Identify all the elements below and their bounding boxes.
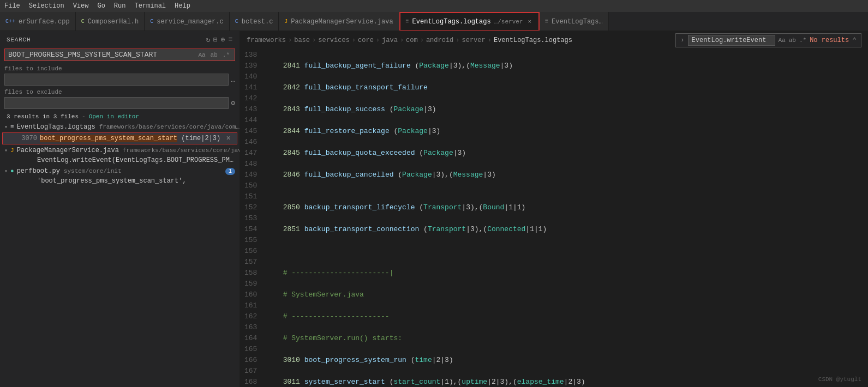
results-list: ▾ ≡ EventLogTags.logtags frameworks/base… xyxy=(0,122,240,387)
tab-pms[interactable]: J PackageManagerService.java xyxy=(279,12,399,31)
result-filename-perfboot: perfboot.py xyxy=(17,167,60,175)
result-item-perfboot[interactable]: 'boot_progress_pms_system_scan_start', × xyxy=(0,176,240,186)
tab-label-eventlogtags: EventLogTags.logtags xyxy=(412,18,491,26)
breadcrumb-core[interactable]: core xyxy=(358,37,374,44)
breadcrumb-java[interactable]: java xyxy=(382,37,398,44)
match-case-button[interactable]: Aa xyxy=(196,51,207,59)
new-search-icon[interactable]: ⊕ xyxy=(221,35,226,44)
code-line-154: 3011 system_server_start (start_count|1)… xyxy=(266,377,864,387)
chevron-down-icon-pms: ▾ xyxy=(4,147,8,154)
result-text-after: (time|2|3) xyxy=(181,135,220,142)
result-group-eventlogtags: ▾ ≡ EventLogTags.logtags frameworks/base… xyxy=(0,122,240,144)
find-no-results: No results xyxy=(810,37,849,44)
result-file-icon: ≡ xyxy=(10,124,14,130)
files-exclude-section: files to exclude ⚙ xyxy=(4,89,235,109)
result-filename-eventlogtags: EventLogTags.logtags xyxy=(17,123,95,131)
watermark: CSDN @ytuglt xyxy=(818,376,861,383)
result-filepath-eventlogtags: frameworks/base/services/core/java/com… xyxy=(99,124,240,130)
code-line-146: 2851 backup_transport_connection (Transp… xyxy=(266,224,864,235)
code-line-143: 2846 full_backup_cancelled (Package|3),(… xyxy=(266,170,864,180)
code-content[interactable]: 2841 full_backup_agent_failure (Package|… xyxy=(261,50,868,387)
result-filename-pms: PackageManagerService.java xyxy=(17,147,119,154)
code-line-138: 2841 full_backup_agent_failure (Package|… xyxy=(266,61,864,71)
breadcrumb-android[interactable]: android xyxy=(426,37,453,44)
code-line-140: 2843 full_backup_success (Package|3) xyxy=(266,104,864,115)
code-line-139: 2842 full_backup_transport_failure xyxy=(266,82,864,93)
tab-path-eventlogtags: …/server xyxy=(494,19,523,25)
code-line-153: 3010 boot_progress_system_run (time|2|3) xyxy=(266,355,864,366)
code-line-145: 2850 backup_transport_lifecycle (Transpo… xyxy=(266,202,864,213)
tab-surface[interactable]: C++ erSurface.cpp xyxy=(0,12,76,31)
menu-item-run[interactable]: Run xyxy=(114,2,126,10)
editor-find-input[interactable] xyxy=(688,35,775,46)
result-match-text: boot_progress_pms_system_scan_start xyxy=(40,135,177,142)
breadcrumb-com[interactable]: com xyxy=(406,37,418,44)
search-input[interactable] xyxy=(8,51,194,59)
breadcrumb-filename[interactable]: EventLogTags.logtags xyxy=(494,37,572,44)
menu-item-file[interactable]: File xyxy=(4,2,20,10)
tab-label-surface: erSurface.cpp xyxy=(19,18,70,26)
breadcrumb-frameworks[interactable]: frameworks xyxy=(247,37,286,44)
result-file-header-eventlogtags[interactable]: ▾ ≡ EventLogTags.logtags frameworks/base… xyxy=(0,122,240,132)
find-whole-word[interactable]: ab xyxy=(789,37,796,44)
open-in-editor-link[interactable]: Open in editor xyxy=(89,113,139,120)
files-include-label: files to include xyxy=(4,65,235,72)
results-summary: 3 results in 3 files - Open in editor xyxy=(0,110,240,122)
code-container[interactable]: 138 139 140 141 142 143 144 145 146 147 … xyxy=(240,50,868,387)
editor-area: frameworks › base › services › core › ja… xyxy=(240,31,868,387)
menu-item-terminal[interactable]: Terminal xyxy=(134,2,166,10)
refresh-icon[interactable]: ↻ xyxy=(206,35,211,44)
menu-item-selection[interactable]: Selection xyxy=(29,2,64,10)
code-line-151: # ----------------------- xyxy=(266,311,864,322)
files-exclude-input[interactable] xyxy=(4,97,229,109)
result-filepath-perfboot: system/core/init xyxy=(64,168,122,174)
files-include-options-icon[interactable]: … xyxy=(231,76,235,84)
code-line-149: # -----------------------| xyxy=(266,268,864,279)
collapse-all-icon[interactable]: ⊟ xyxy=(213,35,218,44)
code-line-150: # SystemServer.java xyxy=(266,289,864,300)
result-count-perfboot: 1 xyxy=(225,168,235,175)
result-file-header-perfboot[interactable]: ▾ ● perfboot.py system/core/init 1 xyxy=(0,166,240,176)
menu-item-view[interactable]: View xyxy=(73,2,89,10)
tab-composerhal[interactable]: C ComposerHal.h xyxy=(76,12,145,31)
tab-eventlogtags2[interactable]: ≡ EventLogTags… xyxy=(540,12,609,31)
result-item-eventlogtags-3070[interactable]: 3070 boot_progress_pms_system_scan_start… xyxy=(2,132,237,144)
result-item-pms[interactable]: EventLog.writeEvent(EventLogTags.BOOT_PR… xyxy=(0,155,240,165)
clear-results-icon[interactable]: ≡ xyxy=(228,35,233,44)
result-group-perfboot: ▾ ● perfboot.py system/core/init 1 'boot… xyxy=(0,166,240,186)
tab-label-composerhal: ComposerHal.h xyxy=(88,18,139,26)
breadcrumb-services[interactable]: services xyxy=(318,37,350,44)
tab-bar: C++ erSurface.cpp C ComposerHal.h C serv… xyxy=(0,12,868,31)
search-panel: SEARCH ↻ ⊟ ⊕ ≡ Aa ab .* files to include… xyxy=(0,31,240,387)
tab-bctest[interactable]: C bctest.c xyxy=(230,12,279,31)
results-dash: - xyxy=(82,113,86,120)
result-delete-icon[interactable]: × xyxy=(225,134,232,143)
tab-eventlogtags[interactable]: ≡ EventLogTags.logtags …/server × xyxy=(399,12,540,31)
result-file-header-pms[interactable]: ▾ J PackageManagerService.java framework… xyxy=(0,146,240,155)
result-file-icon-pms: J xyxy=(10,147,14,154)
regex-button[interactable]: .* xyxy=(221,51,231,59)
breadcrumb-server[interactable]: server xyxy=(462,37,486,44)
search-title: SEARCH xyxy=(7,37,31,43)
find-regex[interactable]: .* xyxy=(799,37,806,44)
tab-service-manager[interactable]: C service_manager.c xyxy=(145,12,229,31)
result-text-perfboot: 'boot_progress_pms_system_scan_start', xyxy=(37,177,235,185)
find-match-case[interactable]: Aa xyxy=(779,37,786,44)
tab-label-bctest: bctest.c xyxy=(242,18,273,26)
result-group-pms: ▾ J PackageManagerService.java framework… xyxy=(0,146,240,165)
code-line-152: # SystemServer.run() starts: xyxy=(266,333,864,344)
find-prev-icon[interactable]: ⌃ xyxy=(852,36,857,45)
whole-word-button[interactable]: ab xyxy=(209,51,219,59)
chevron-down-icon-perfboot: ▾ xyxy=(4,168,8,174)
menu-item-help[interactable]: Help xyxy=(175,2,190,10)
result-file-icon-perfboot: ● xyxy=(10,168,14,174)
tab-close-eventlogtags[interactable]: × xyxy=(526,17,533,26)
result-text-pms: EventLog.writeEvent(EventLogTags.BOOT_PR… xyxy=(37,156,235,164)
menu-item-go[interactable]: Go xyxy=(97,2,105,10)
files-exclude-settings-icon[interactable]: ⚙ xyxy=(231,99,235,107)
breadcrumb-base[interactable]: base xyxy=(294,37,310,44)
results-count-text: 3 results in 3 files xyxy=(7,113,79,120)
tab-label-pms: PackageManagerService.java xyxy=(291,18,393,26)
breadcrumb: frameworks › base › services › core › ja… xyxy=(240,31,868,50)
files-include-input[interactable] xyxy=(4,74,229,86)
